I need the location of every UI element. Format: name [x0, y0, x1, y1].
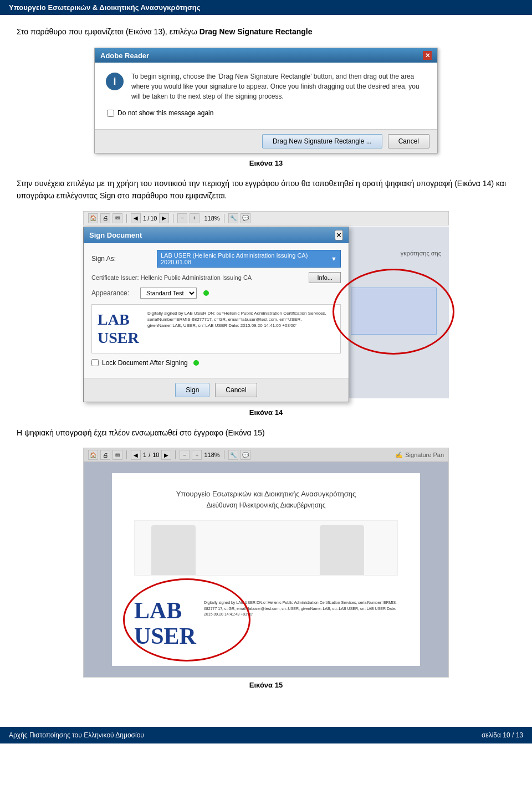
- do-not-show-label: Do not show this message again: [117, 109, 213, 117]
- adobe-reader-dialog: Adobe Reader ✕ i To begin signing, choos…: [94, 48, 438, 153]
- document-body-area: [134, 520, 398, 576]
- embedded-signature-container: LABUSER Digitally signed by LAB USER DN:…: [134, 587, 398, 649]
- document-page: Υπουργείο Εσωτερικών και Διοικητικής Ανα…: [112, 473, 420, 665]
- background-text: γκρότησης σης: [401, 249, 441, 259]
- doc-toolbar-next[interactable]: ▶: [161, 450, 171, 460]
- doc-toolbar-print[interactable]: 🖨: [100, 450, 110, 460]
- toolbar-zoom-in-icon[interactable]: +: [190, 213, 200, 223]
- embedded-signature: LABUSER Digitally signed by LAB USER DN:…: [134, 598, 398, 649]
- document-viewer: 🏠 🖨 ✉ ◀ 1 / 10 ▶ − + 118% 🔧 💬 ✍ Signatur…: [83, 448, 449, 677]
- sign-button[interactable]: Sign: [175, 383, 209, 397]
- sign-as-select[interactable]: LAB USER (Hellenic Public Administration…: [157, 250, 341, 268]
- toolbar-next-icon[interactable]: ▶: [159, 213, 169, 223]
- toolbar-zoom-level: 118%: [204, 215, 219, 222]
- doc-toolbar-zoom-in[interactable]: +: [192, 450, 202, 460]
- figure14-caption: Εικόνα 14: [17, 408, 515, 417]
- doc-org-title: Υπουργείο Εσωτερικών και Διοικητικής Ανα…: [134, 490, 398, 498]
- adobe-dialog-close-button[interactable]: ✕: [423, 51, 432, 60]
- document-content-area: Υπουργείο Εσωτερικών και Διοικητικής Ανα…: [84, 462, 448, 676]
- figure13-caption: Εικόνα 13: [17, 159, 515, 167]
- appearance-select[interactable]: Standard Test: [140, 288, 197, 299]
- signature-preview-details: Digitally signed by LAB USER DN: ou=Hell…: [147, 310, 335, 347]
- doc-page-current: 1: [143, 452, 146, 458]
- illustration-placeholder-left: [151, 525, 196, 575]
- toolbar-prev-icon[interactable]: ◀: [131, 213, 141, 223]
- figure14-container: γκρότησης σης Sign Document ✕ Sign As: L…: [83, 227, 449, 404]
- doc-toolbar-home[interactable]: 🏠: [88, 450, 98, 460]
- figure15-intro-text: Η ψηφιακή υπογραφή έχει πλέον ενσωματωθε…: [17, 427, 515, 439]
- green-dot-lock: [193, 360, 199, 366]
- do-not-show-checkbox[interactable]: [107, 110, 114, 117]
- signature-icon: ✍: [395, 452, 403, 459]
- signature-panel-btn[interactable]: ✍ Signature Pan: [395, 452, 444, 459]
- page-footer: Αρχής Πιστοποίησης του Ελληνικού Δημοσίο…: [0, 727, 532, 743]
- doc-org-subtitle: Διεύθυνση Ηλεκτρονικής Διακυβέρνησης: [134, 501, 398, 509]
- info-icon: i: [106, 73, 124, 90]
- toolbar-zoom-out-icon[interactable]: −: [177, 213, 187, 223]
- adobe-dialog-body: i To begin signing, choose the 'Drag New…: [95, 63, 437, 129]
- toolbar-comment-icon[interactable]: 💬: [241, 213, 250, 223]
- body-text: Στην συνέχεια επιλέγω με τη χρήση του πο…: [17, 177, 515, 202]
- adobe-dialog-message: To begin signing, choose the 'Drag New S…: [131, 71, 426, 101]
- sign-as-row: Sign As: LAB USER (Hellenic Public Admin…: [91, 250, 341, 268]
- doc-viewer-toolbar: 🏠 🖨 ✉ ◀ 1 / 10 ▶ − + 118% 🔧 💬 ✍ Signatur…: [84, 448, 448, 462]
- toolbar-sep2: [173, 214, 173, 223]
- toolbar-nav: 1 / 10: [143, 215, 157, 222]
- cert-info-button[interactable]: Info...: [309, 272, 341, 283]
- page-header: Υπουργείο Εσωτερικών & Διοικητικής Ανασυ…: [0, 0, 532, 15]
- intro-paragraph: Στο παράθυρο που εμφανίζεται (Εικόνα 13)…: [17, 26, 515, 38]
- lock-document-label: Lock Document After Signing: [102, 359, 188, 367]
- certificate-issuer-row: Certificate Issuer: Hellenic Public Admi…: [91, 272, 341, 283]
- adobe-cancel-button[interactable]: Cancel: [388, 134, 429, 148]
- appearance-label: Appearance:: [91, 289, 136, 297]
- signature-drop-zone: [351, 288, 437, 335]
- drag-new-signature-button[interactable]: Drag New Signature Rectangle ...: [262, 134, 382, 148]
- page-total: 10: [150, 215, 157, 222]
- intro-text-before: Στο παράθυρο που εμφανίζεται (Εικόνα 13)…: [17, 27, 200, 36]
- toolbar-sep1: [126, 214, 127, 223]
- adobe-dialog-info-row: i To begin signing, choose the 'Drag New…: [106, 71, 426, 101]
- doc-toolbar-tools[interactable]: 🔧: [228, 450, 238, 460]
- header-title: Υπουργείο Εσωτερικών & Διοικητικής Ανασυ…: [9, 3, 201, 12]
- figure15-caption: Εικόνα 15: [17, 681, 515, 689]
- sign-cancel-button[interactable]: Cancel: [215, 383, 257, 397]
- doc-page-sep: /: [149, 452, 150, 458]
- doc-toolbar-sep1: [126, 450, 127, 459]
- adobe-dialog-titlebar: Adobe Reader ✕: [95, 48, 437, 63]
- page-current: 1: [143, 215, 146, 222]
- adobe-checkbox-row: Do not show this message again: [107, 109, 426, 117]
- toolbar-print-icon[interactable]: 🖨: [100, 213, 110, 223]
- doc-toolbar-email[interactable]: ✉: [112, 450, 122, 460]
- signature-preview-area: LABUSER Digitally signed by LAB USER DN:…: [91, 304, 341, 353]
- embedded-lab-user-text: LABUSER: [134, 598, 196, 649]
- signature-preview-text: LABUSER: [98, 310, 142, 347]
- illustration-placeholder-right: [320, 525, 364, 575]
- adobe-dialog-footer: Drag New Signature Rectangle ... Cancel: [95, 129, 437, 153]
- lock-document-row: Lock Document After Signing: [91, 359, 341, 367]
- doc-zoom-level: 118%: [204, 452, 219, 458]
- sign-dialog-title: Sign Document: [89, 231, 142, 239]
- signature-panel-label: Signature Pan: [405, 452, 444, 458]
- doc-toolbar-comment[interactable]: 💬: [241, 450, 250, 460]
- sign-dialog-footer: Sign Cancel: [84, 378, 349, 402]
- toolbar-email-icon[interactable]: ✉: [112, 213, 122, 223]
- sign-dialog-body: Sign As: LAB USER (Hellenic Public Admin…: [84, 243, 349, 378]
- doc-toolbar-sep3: [224, 450, 224, 459]
- sign-as-chevron: ▼: [331, 255, 337, 262]
- lock-document-checkbox[interactable]: [91, 359, 99, 366]
- doc-toolbar-prev[interactable]: ◀: [131, 450, 141, 460]
- sign-as-value: LAB USER (Hellenic Public Administration…: [161, 252, 331, 265]
- sign-dialog-close-button[interactable]: ✕: [335, 230, 343, 240]
- toolbar-tools-icon[interactable]: 🔧: [228, 213, 238, 223]
- doc-toolbar-zoom-out[interactable]: −: [180, 450, 190, 460]
- toolbar-home-icon[interactable]: 🏠: [88, 213, 98, 223]
- sign-dialog-titlebar: Sign Document ✕: [84, 227, 349, 243]
- green-dot-appearance: [203, 290, 209, 296]
- toolbar-bar: 🏠 🖨 ✉ ◀ 1 / 10 ▶ − + 118% 🔧 💬: [83, 211, 449, 225]
- page-sep: /: [147, 215, 149, 222]
- appearance-row: Appearance: Standard Test: [91, 288, 341, 299]
- sign-document-dialog: Sign Document ✕ Sign As: LAB USER (Helle…: [83, 227, 349, 402]
- main-content: Στο παράθυρο που εμφανίζεται (Εικόνα 13)…: [0, 15, 532, 710]
- footer-left: Αρχής Πιστοποίησης του Ελληνικού Δημοσίο…: [9, 731, 144, 739]
- sign-as-label: Sign As:: [91, 255, 152, 263]
